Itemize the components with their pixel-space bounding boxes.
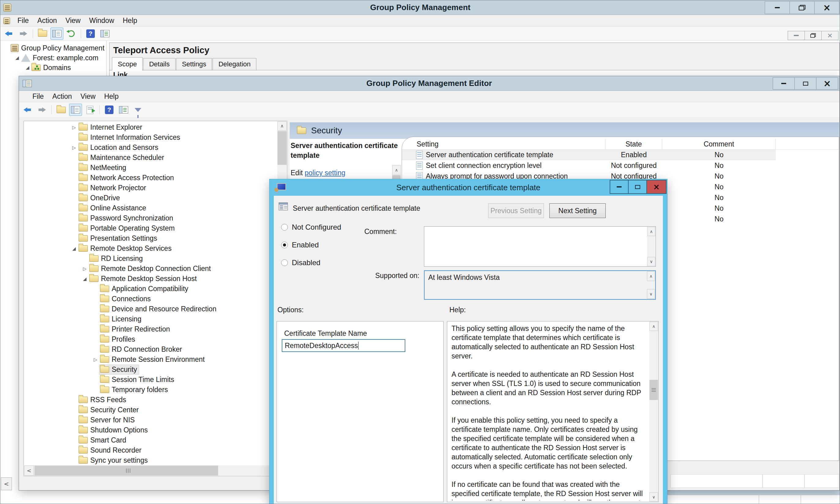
gpme-tree-item-device-and-resource-redirection[interactable]: Device and Resource Redirection — [24, 304, 277, 314]
close-button[interactable]: × — [816, 77, 838, 90]
menu-help[interactable]: Help — [119, 15, 141, 26]
gpme-tree-item-remote-desktop-services[interactable]: ◢Remote Desktop Services — [24, 244, 277, 254]
expand-arrow-icon[interactable]: ▷ — [70, 145, 78, 150]
scroll-down-button[interactable]: ∨ — [647, 257, 655, 266]
gpme-tree-item-sync-your-settings[interactable]: Sync your settings — [24, 455, 277, 465]
gpme-tree-item-shutdown-options[interactable]: Shutdown Options — [24, 425, 277, 435]
gpm-tree-item-forest-example-com[interactable]: ◢Forest: example.com — [0, 53, 106, 63]
minimize-button[interactable] — [773, 77, 795, 90]
toolbar-console-tree-button[interactable] — [69, 104, 82, 115]
scroll-up-button[interactable]: ∧ — [647, 271, 655, 281]
expand-arrow-icon[interactable]: ▷ — [91, 357, 100, 362]
tab-settings[interactable]: Settings — [176, 58, 212, 70]
gpme-tree-item-security[interactable]: Security — [24, 364, 277, 375]
toolbar-folder-button[interactable] — [55, 104, 67, 115]
gpme-tree-item-security-center[interactable]: Security Center — [24, 405, 277, 415]
comment-scrollbar[interactable]: ∧ ∨ — [647, 227, 655, 266]
tab-details[interactable]: Details — [143, 58, 175, 70]
radio-not-configured[interactable]: Not Configured — [281, 223, 341, 232]
scroll-left-button[interactable]: < — [24, 466, 34, 475]
mdi-close-button[interactable]: × — [821, 31, 838, 40]
menu-file[interactable]: File — [13, 15, 33, 26]
supported-on-box[interactable]: At least Windows Vista ∧ ∨ — [424, 270, 656, 300]
expand-arrow-icon[interactable]: ◢ — [23, 65, 32, 70]
gpme-tree-item-profiles[interactable]: Profiles — [24, 334, 277, 344]
gpme-tree-item-remote-desktop-session-host[interactable]: ◢Remote Desktop Session Host — [24, 274, 277, 284]
gpme-tree-item-printer-redirection[interactable]: Printer Redirection — [24, 324, 277, 334]
maximize-button[interactable] — [794, 77, 817, 90]
gpme-tree-item-sound-recorder[interactable]: Sound Recorder — [24, 445, 277, 455]
scroll-up-button[interactable]: ∧ — [278, 121, 287, 131]
scroll-thumb[interactable] — [35, 466, 218, 475]
menu-help[interactable]: Help — [100, 91, 123, 102]
toolbar-action-pane-button[interactable] — [99, 28, 111, 39]
close-button[interactable]: × — [814, 1, 839, 14]
scroll-down-button[interactable]: ∨ — [649, 492, 658, 502]
toolbar-help-button[interactable]: ? — [103, 104, 115, 115]
policy-setting-link[interactable]: policy setting — [305, 169, 345, 177]
tree-horizontal-scrollbar[interactable]: < — [24, 466, 277, 475]
gpme-tree-item-network-projector[interactable]: Network Projector — [24, 183, 277, 193]
toolbar-export-list-button[interactable] — [84, 104, 96, 115]
radio-enabled[interactable]: Enabled — [281, 240, 341, 250]
gpme-tree-item-remote-desktop-connection-client[interactable]: ▷Remote Desktop Connection Client — [24, 264, 277, 274]
gpme-tree-item-maintenance-scheduler[interactable]: Maintenance Scheduler — [24, 152, 277, 163]
menu-action[interactable]: Action — [33, 15, 61, 26]
gpme-tree-item-password-synchronization[interactable]: Password Synchronization — [24, 213, 277, 223]
scroll-thumb[interactable] — [649, 380, 658, 400]
tab-scope[interactable]: Scope — [112, 57, 143, 70]
comment-textarea[interactable]: ∧ ∨ — [424, 226, 656, 267]
restore-button[interactable] — [789, 1, 815, 14]
gpme-tree-item-netmeeting[interactable]: NetMeeting — [24, 163, 277, 173]
scroll-up-button[interactable]: ∧ — [647, 227, 655, 236]
toolbar-forward-button[interactable] — [17, 28, 29, 39]
toolbar-console-tree-button[interactable] — [51, 28, 63, 39]
expand-arrow-icon[interactable]: ◢ — [81, 276, 89, 282]
toolbar-action-pane-button[interactable] — [118, 104, 130, 115]
gpme-tree-item-application-compatibility[interactable]: Application Compatibility — [24, 284, 277, 294]
gpme-tree-item-network-access-protection[interactable]: Network Access Protection — [24, 173, 277, 183]
toolbar-back-button[interactable] — [3, 28, 15, 39]
expand-arrow-icon[interactable]: ▷ — [70, 125, 78, 130]
expand-arrow-icon[interactable]: ◢ — [13, 55, 21, 60]
gpme-tree-item-smart-card[interactable]: Smart Card — [24, 435, 277, 445]
gpme-tree-item-online-assistance[interactable]: Online Assistance — [24, 203, 277, 213]
gpme-tree-item-onedrive[interactable]: OneDrive — [24, 193, 277, 203]
mdi-minimize-button[interactable] — [788, 31, 805, 40]
toolbar-back-button[interactable] — [21, 104, 34, 115]
gpm-tree-item-group-policy-management[interactable]: Group Policy Management — [0, 43, 106, 53]
gpme-tree-item-connections[interactable]: Connections — [24, 294, 277, 304]
settings-row[interactable]: Set client connection encryption levelNo… — [402, 160, 839, 171]
supported-on-scrollbar[interactable]: ∧ ∨ — [647, 271, 655, 299]
gpme-tree-item-presentation-settings[interactable]: Presentation Settings — [24, 233, 277, 244]
help-scrollbar[interactable]: ∧ ∨ — [649, 322, 658, 502]
gpme-tree-item-server-for-nis[interactable]: Server for NIS — [24, 415, 277, 425]
gpme-tree-item-rd-licensing[interactable]: RD Licensing — [24, 254, 277, 264]
gpme-tree-item-location-and-sensors[interactable]: ▷Location and Sensors — [24, 143, 277, 152]
dialog-close-button[interactable]: × — [646, 180, 666, 194]
gpme-tree-item-session-time-limits[interactable]: Session Time Limits — [24, 375, 277, 385]
column-header-comment[interactable]: Comment — [662, 139, 776, 149]
gpm-hscroll-left-button[interactable]: < — [1, 478, 12, 490]
dialog-minimize-button[interactable] — [610, 180, 629, 194]
toolbar-folder-button[interactable] — [36, 28, 49, 39]
toolbar-forward-button[interactable] — [36, 104, 48, 115]
toolbar-help-button[interactable]: ? — [85, 28, 97, 39]
scroll-thumb[interactable] — [278, 131, 287, 165]
dialog-maximize-button[interactable] — [628, 180, 647, 194]
minimize-button[interactable] — [765, 1, 790, 14]
toolbar-filter-button[interactable] — [132, 104, 144, 115]
previous-setting-button[interactable]: Previous Setting — [488, 203, 544, 218]
column-header-setting[interactable]: Setting — [402, 139, 605, 149]
gpm-tree-item-domains[interactable]: ◢Domains — [0, 63, 106, 72]
radio-disabled[interactable]: Disabled — [281, 258, 341, 267]
gpme-tree-item-internet-explorer[interactable]: ▷Internet Explorer — [24, 122, 277, 132]
column-header-state[interactable]: State — [605, 139, 662, 149]
next-setting-button[interactable]: Next Setting — [549, 203, 606, 218]
menu-window[interactable]: Window — [85, 15, 119, 26]
gpme-tree-item-internet-information-services[interactable]: Internet Information Services — [24, 132, 277, 143]
gpme-tree-item-rss-feeds[interactable]: RSS Feeds — [24, 395, 277, 405]
expand-arrow-icon[interactable]: ▷ — [81, 266, 89, 272]
menu-view[interactable]: View — [61, 15, 85, 26]
gpme-tree-item-licensing[interactable]: Licensing — [24, 314, 277, 324]
